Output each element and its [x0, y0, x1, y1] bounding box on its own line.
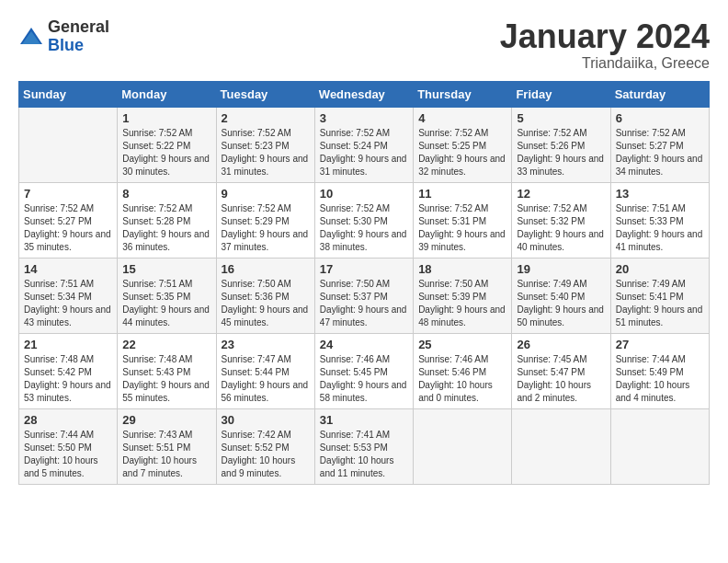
- calendar-cell: [19, 107, 118, 182]
- day-info: Sunrise: 7:42 AMSunset: 5:52 PMDaylight:…: [222, 429, 310, 480]
- calendar-cell: 6Sunrise: 7:52 AMSunset: 5:27 PMDaylight…: [610, 107, 709, 182]
- day-info: Sunrise: 7:47 AMSunset: 5:44 PMDaylight:…: [222, 353, 310, 405]
- calendar-cell: 21Sunrise: 7:48 AMSunset: 5:42 PMDayligh…: [19, 333, 118, 408]
- day-info: Sunrise: 7:52 AMSunset: 5:32 PMDaylight:…: [517, 202, 605, 254]
- day-number: 26: [517, 338, 605, 351]
- day-number: 6: [616, 111, 704, 125]
- day-info: Sunrise: 7:48 AMSunset: 5:42 PMDaylight:…: [24, 353, 112, 405]
- day-info: Sunrise: 7:43 AMSunset: 5:51 PMDaylight:…: [122, 429, 210, 480]
- calendar-week-row: 21Sunrise: 7:48 AMSunset: 5:42 PMDayligh…: [19, 333, 710, 408]
- calendar-cell: 8Sunrise: 7:52 AMSunset: 5:28 PMDaylight…: [118, 182, 216, 258]
- day-number: 4: [418, 111, 506, 125]
- day-number: 10: [320, 187, 408, 201]
- day-info: Sunrise: 7:52 AMSunset: 5:31 PMDaylight:…: [418, 202, 506, 254]
- calendar-cell: 3Sunrise: 7:52 AMSunset: 5:24 PMDaylight…: [314, 107, 413, 182]
- calendar-cell: 28Sunrise: 7:44 AMSunset: 5:50 PMDayligh…: [19, 408, 118, 484]
- day-info: Sunrise: 7:52 AMSunset: 5:28 PMDaylight:…: [122, 202, 210, 254]
- calendar-cell: 12Sunrise: 7:52 AMSunset: 5:32 PMDayligh…: [512, 182, 610, 258]
- day-info: Sunrise: 7:52 AMSunset: 5:27 PMDaylight:…: [24, 202, 112, 254]
- day-number: 3: [320, 111, 408, 125]
- day-number: 7: [24, 187, 112, 201]
- day-info: Sunrise: 7:44 AMSunset: 5:49 PMDaylight:…: [616, 353, 704, 405]
- day-number: 18: [418, 262, 506, 276]
- day-info: Sunrise: 7:52 AMSunset: 5:30 PMDaylight:…: [320, 202, 408, 254]
- day-number: 30: [222, 413, 310, 427]
- day-number: 28: [24, 413, 112, 427]
- header-day-monday: Monday: [118, 81, 216, 107]
- day-info: Sunrise: 7:50 AMSunset: 5:39 PMDaylight:…: [418, 278, 506, 329]
- calendar-cell: 23Sunrise: 7:47 AMSunset: 5:44 PMDayligh…: [216, 333, 314, 408]
- header-day-tuesday: Tuesday: [216, 81, 314, 107]
- day-number: 14: [24, 262, 112, 276]
- day-info: Sunrise: 7:49 AMSunset: 5:40 PMDaylight:…: [517, 278, 605, 329]
- calendar-cell: 1Sunrise: 7:52 AMSunset: 5:22 PMDaylight…: [118, 107, 216, 182]
- calendar-cell: 24Sunrise: 7:46 AMSunset: 5:45 PMDayligh…: [314, 333, 413, 408]
- day-number: 5: [517, 111, 605, 125]
- calendar-table: SundayMondayTuesdayWednesdayThursdayFrid…: [18, 81, 710, 485]
- calendar-week-row: 7Sunrise: 7:52 AMSunset: 5:27 PMDaylight…: [19, 182, 710, 258]
- day-info: Sunrise: 7:52 AMSunset: 5:29 PMDaylight:…: [222, 202, 310, 254]
- day-info: Sunrise: 7:51 AMSunset: 5:35 PMDaylight:…: [122, 278, 210, 329]
- logo-blue-text: Blue: [48, 37, 109, 55]
- calendar-cell: [512, 408, 610, 484]
- calendar-cell: 31Sunrise: 7:41 AMSunset: 5:53 PMDayligh…: [314, 408, 413, 484]
- title-block: January 2024 Triandaiika, Greece: [500, 18, 710, 72]
- day-info: Sunrise: 7:46 AMSunset: 5:45 PMDaylight:…: [320, 353, 408, 405]
- day-number: 19: [517, 262, 605, 276]
- header-day-friday: Friday: [512, 81, 610, 107]
- calendar-week-row: 1Sunrise: 7:52 AMSunset: 5:22 PMDaylight…: [19, 107, 710, 182]
- day-info: Sunrise: 7:52 AMSunset: 5:27 PMDaylight:…: [616, 127, 704, 178]
- day-info: Sunrise: 7:50 AMSunset: 5:37 PMDaylight:…: [320, 278, 408, 329]
- calendar-cell: 5Sunrise: 7:52 AMSunset: 5:26 PMDaylight…: [512, 107, 610, 182]
- calendar-cell: 22Sunrise: 7:48 AMSunset: 5:43 PMDayligh…: [118, 333, 216, 408]
- calendar-cell: 26Sunrise: 7:45 AMSunset: 5:47 PMDayligh…: [512, 333, 610, 408]
- day-number: 17: [320, 262, 408, 276]
- calendar-cell: 17Sunrise: 7:50 AMSunset: 5:37 PMDayligh…: [314, 258, 413, 333]
- calendar-cell: 4Sunrise: 7:52 AMSunset: 5:25 PMDaylight…: [414, 107, 512, 182]
- day-info: Sunrise: 7:51 AMSunset: 5:33 PMDaylight:…: [616, 202, 704, 254]
- calendar-cell: 19Sunrise: 7:49 AMSunset: 5:40 PMDayligh…: [512, 258, 610, 333]
- day-info: Sunrise: 7:46 AMSunset: 5:46 PMDaylight:…: [418, 353, 506, 405]
- day-info: Sunrise: 7:45 AMSunset: 5:47 PMDaylight:…: [517, 353, 605, 405]
- calendar-week-row: 14Sunrise: 7:51 AMSunset: 5:34 PMDayligh…: [19, 258, 710, 333]
- day-info: Sunrise: 7:52 AMSunset: 5:25 PMDaylight:…: [418, 127, 506, 178]
- day-number: 23: [222, 338, 310, 351]
- calendar-cell: 18Sunrise: 7:50 AMSunset: 5:39 PMDayligh…: [414, 258, 512, 333]
- day-number: 29: [122, 413, 210, 427]
- day-number: 21: [24, 338, 112, 351]
- logo-general-text: General: [48, 18, 109, 37]
- calendar-cell: 20Sunrise: 7:49 AMSunset: 5:41 PMDayligh…: [610, 258, 709, 333]
- day-number: 25: [418, 338, 506, 351]
- day-number: 24: [320, 338, 408, 351]
- day-info: Sunrise: 7:48 AMSunset: 5:43 PMDaylight:…: [122, 353, 210, 405]
- day-number: 11: [418, 187, 506, 201]
- day-info: Sunrise: 7:52 AMSunset: 5:26 PMDaylight:…: [517, 127, 605, 178]
- calendar-cell: 15Sunrise: 7:51 AMSunset: 5:35 PMDayligh…: [118, 258, 216, 333]
- day-number: 27: [616, 338, 704, 351]
- logo-text: General Blue: [48, 18, 109, 55]
- calendar-cell: 13Sunrise: 7:51 AMSunset: 5:33 PMDayligh…: [610, 182, 709, 258]
- day-number: 12: [517, 187, 605, 201]
- day-number: 15: [122, 262, 210, 276]
- day-info: Sunrise: 7:50 AMSunset: 5:36 PMDaylight:…: [222, 278, 310, 329]
- calendar-cell: 30Sunrise: 7:42 AMSunset: 5:52 PMDayligh…: [216, 408, 314, 484]
- calendar-cell: [414, 408, 512, 484]
- header-day-sunday: Sunday: [19, 81, 118, 107]
- calendar-header-row: SundayMondayTuesdayWednesdayThursdayFrid…: [19, 81, 710, 107]
- day-info: Sunrise: 7:49 AMSunset: 5:41 PMDaylight:…: [616, 278, 704, 329]
- day-number: 31: [320, 413, 408, 427]
- logo-icon: [18, 24, 44, 50]
- day-number: 1: [122, 111, 210, 125]
- calendar-cell: [610, 408, 709, 484]
- day-info: Sunrise: 7:44 AMSunset: 5:50 PMDaylight:…: [24, 429, 112, 480]
- calendar-week-row: 28Sunrise: 7:44 AMSunset: 5:50 PMDayligh…: [19, 408, 710, 484]
- logo: General Blue: [18, 18, 109, 55]
- day-number: 2: [222, 111, 310, 125]
- calendar-cell: 11Sunrise: 7:52 AMSunset: 5:31 PMDayligh…: [414, 182, 512, 258]
- calendar-cell: 25Sunrise: 7:46 AMSunset: 5:46 PMDayligh…: [414, 333, 512, 408]
- day-number: 16: [222, 262, 310, 276]
- calendar-cell: 9Sunrise: 7:52 AMSunset: 5:29 PMDaylight…: [216, 182, 314, 258]
- day-info: Sunrise: 7:52 AMSunset: 5:24 PMDaylight:…: [320, 127, 408, 178]
- calendar-cell: 10Sunrise: 7:52 AMSunset: 5:30 PMDayligh…: [314, 182, 413, 258]
- page-header: General Blue January 2024 Triandaiika, G…: [18, 18, 710, 72]
